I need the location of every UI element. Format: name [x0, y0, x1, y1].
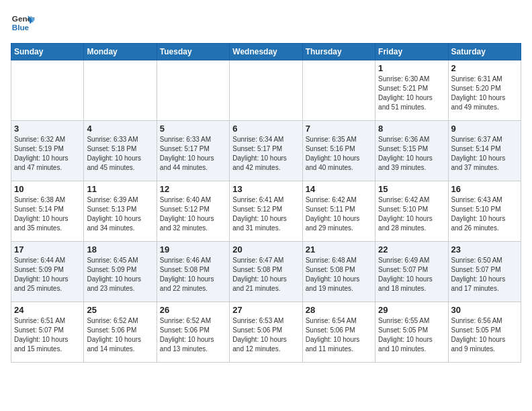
day-number: 3 [14, 124, 81, 134]
day-info: Sunrise: 6:48 AM Sunset: 5:08 PM Dayligh… [306, 256, 372, 293]
calendar-cell: 21Sunrise: 6:48 AM Sunset: 5:08 PM Dayli… [302, 242, 375, 302]
calendar-cell: 7Sunrise: 6:35 AM Sunset: 5:16 PM Daylig… [302, 121, 375, 181]
calendar-cell: 18Sunrise: 6:45 AM Sunset: 5:09 PM Dayli… [84, 242, 157, 302]
day-number: 19 [160, 244, 226, 255]
calendar-cell: 14Sunrise: 6:42 AM Sunset: 5:11 PM Dayli… [302, 181, 375, 242]
logo-icon: General Blue [11, 11, 35, 35]
day-info: Sunrise: 6:45 AM Sunset: 5:09 PM Dayligh… [87, 256, 153, 293]
day-number: 25 [87, 305, 153, 315]
calendar-cell: 17Sunrise: 6:44 AM Sunset: 5:09 PM Dayli… [11, 242, 84, 302]
calendar-cell: 13Sunrise: 6:41 AM Sunset: 5:12 PM Dayli… [230, 181, 302, 242]
calendar-cell [230, 60, 302, 121]
day-info: Sunrise: 6:51 AM Sunset: 5:07 PM Dayligh… [14, 316, 81, 354]
day-info: Sunrise: 6:55 AM Sunset: 5:05 PM Dayligh… [378, 316, 445, 354]
weekday-header-friday: Friday [375, 44, 448, 60]
svg-text:Blue: Blue [12, 23, 30, 32]
day-info: Sunrise: 6:46 AM Sunset: 5:08 PM Dayligh… [160, 256, 226, 293]
day-number: 30 [451, 305, 518, 315]
weekday-header-row: SundayMondayTuesdayWednesdayThursdayFrid… [11, 44, 521, 60]
calendar-cell: 25Sunrise: 6:52 AM Sunset: 5:06 PM Dayli… [84, 302, 157, 363]
day-number: 22 [378, 244, 445, 255]
calendar-cell: 9Sunrise: 6:37 AM Sunset: 5:14 PM Daylig… [448, 121, 521, 181]
calendar-header: SundayMondayTuesdayWednesdayThursdayFrid… [11, 44, 521, 60]
logo: General Blue [11, 11, 38, 35]
day-number: 5 [160, 124, 226, 134]
calendar-cell: 27Sunrise: 6:53 AM Sunset: 5:06 PM Dayli… [230, 302, 302, 363]
day-number: 8 [378, 124, 445, 134]
page-header: General Blue [11, 11, 521, 35]
day-number: 18 [87, 244, 153, 255]
calendar-cell: 11Sunrise: 6:39 AM Sunset: 5:13 PM Dayli… [84, 181, 157, 242]
weekday-header-monday: Monday [84, 44, 157, 60]
day-info: Sunrise: 6:33 AM Sunset: 5:17 PM Dayligh… [160, 135, 226, 173]
weekday-header-tuesday: Tuesday [157, 44, 229, 60]
calendar-cell [157, 60, 229, 121]
calendar-cell: 1Sunrise: 6:30 AM Sunset: 5:21 PM Daylig… [375, 60, 448, 121]
day-number: 15 [378, 184, 445, 194]
calendar-cell: 24Sunrise: 6:51 AM Sunset: 5:07 PM Dayli… [11, 302, 84, 363]
calendar-body: 1Sunrise: 6:30 AM Sunset: 5:21 PM Daylig… [11, 60, 521, 363]
day-info: Sunrise: 6:30 AM Sunset: 5:21 PM Dayligh… [378, 75, 445, 112]
calendar-cell: 12Sunrise: 6:40 AM Sunset: 5:12 PM Dayli… [157, 181, 229, 242]
calendar-cell: 29Sunrise: 6:55 AM Sunset: 5:05 PM Dayli… [375, 302, 448, 363]
day-number: 16 [451, 184, 518, 194]
day-number: 27 [232, 305, 299, 315]
calendar-cell: 10Sunrise: 6:38 AM Sunset: 5:14 PM Dayli… [11, 181, 84, 242]
calendar-cell: 3Sunrise: 6:32 AM Sunset: 5:19 PM Daylig… [11, 121, 84, 181]
calendar-cell: 8Sunrise: 6:36 AM Sunset: 5:15 PM Daylig… [375, 121, 448, 181]
day-number: 26 [160, 305, 226, 315]
day-info: Sunrise: 6:52 AM Sunset: 5:06 PM Dayligh… [160, 316, 226, 354]
day-info: Sunrise: 6:35 AM Sunset: 5:16 PM Dayligh… [306, 135, 372, 173]
day-info: Sunrise: 6:37 AM Sunset: 5:14 PM Dayligh… [451, 135, 518, 173]
calendar-cell: 19Sunrise: 6:46 AM Sunset: 5:08 PM Dayli… [157, 242, 229, 302]
day-info: Sunrise: 6:54 AM Sunset: 5:06 PM Dayligh… [306, 316, 372, 354]
calendar-week-1: 1Sunrise: 6:30 AM Sunset: 5:21 PM Daylig… [11, 60, 521, 121]
calendar-cell: 6Sunrise: 6:34 AM Sunset: 5:17 PM Daylig… [230, 121, 302, 181]
day-number: 12 [160, 184, 226, 194]
day-number: 17 [14, 244, 81, 255]
calendar-cell: 5Sunrise: 6:33 AM Sunset: 5:17 PM Daylig… [157, 121, 229, 181]
day-number: 4 [87, 124, 153, 134]
day-info: Sunrise: 6:47 AM Sunset: 5:08 PM Dayligh… [232, 256, 299, 293]
day-number: 7 [306, 124, 372, 134]
day-number: 23 [451, 244, 518, 255]
weekday-header-thursday: Thursday [302, 44, 375, 60]
day-info: Sunrise: 6:56 AM Sunset: 5:05 PM Dayligh… [451, 316, 518, 354]
calendar-table: SundayMondayTuesdayWednesdayThursdayFrid… [11, 43, 521, 363]
calendar-cell: 22Sunrise: 6:49 AM Sunset: 5:07 PM Dayli… [375, 242, 448, 302]
day-info: Sunrise: 6:52 AM Sunset: 5:06 PM Dayligh… [87, 316, 153, 354]
day-number: 14 [306, 184, 372, 194]
calendar-cell: 30Sunrise: 6:56 AM Sunset: 5:05 PM Dayli… [448, 302, 521, 363]
calendar-cell: 16Sunrise: 6:43 AM Sunset: 5:10 PM Dayli… [448, 181, 521, 242]
day-info: Sunrise: 6:34 AM Sunset: 5:17 PM Dayligh… [232, 135, 299, 173]
calendar-week-3: 10Sunrise: 6:38 AM Sunset: 5:14 PM Dayli… [11, 181, 521, 242]
calendar-cell: 20Sunrise: 6:47 AM Sunset: 5:08 PM Dayli… [230, 242, 302, 302]
calendar-week-4: 17Sunrise: 6:44 AM Sunset: 5:09 PM Dayli… [11, 242, 521, 302]
day-number: 13 [232, 184, 299, 194]
day-number: 24 [14, 305, 81, 315]
calendar-cell: 23Sunrise: 6:50 AM Sunset: 5:07 PM Dayli… [448, 242, 521, 302]
day-info: Sunrise: 6:32 AM Sunset: 5:19 PM Dayligh… [14, 135, 81, 173]
day-info: Sunrise: 6:39 AM Sunset: 5:13 PM Dayligh… [87, 195, 153, 233]
calendar-cell: 15Sunrise: 6:42 AM Sunset: 5:10 PM Dayli… [375, 181, 448, 242]
day-info: Sunrise: 6:43 AM Sunset: 5:10 PM Dayligh… [451, 195, 518, 233]
day-info: Sunrise: 6:41 AM Sunset: 5:12 PM Dayligh… [232, 195, 299, 233]
calendar-cell: 4Sunrise: 6:33 AM Sunset: 5:18 PM Daylig… [84, 121, 157, 181]
day-info: Sunrise: 6:42 AM Sunset: 5:10 PM Dayligh… [378, 195, 445, 233]
day-number: 1 [378, 63, 445, 73]
day-info: Sunrise: 6:40 AM Sunset: 5:12 PM Dayligh… [160, 195, 226, 233]
day-info: Sunrise: 6:31 AM Sunset: 5:20 PM Dayligh… [451, 75, 518, 112]
day-info: Sunrise: 6:44 AM Sunset: 5:09 PM Dayligh… [14, 256, 81, 293]
day-number: 28 [306, 305, 372, 315]
day-number: 2 [451, 63, 518, 73]
day-number: 9 [451, 124, 518, 134]
calendar-week-2: 3Sunrise: 6:32 AM Sunset: 5:19 PM Daylig… [11, 121, 521, 181]
calendar-cell [11, 60, 84, 121]
weekday-header-saturday: Saturday [448, 44, 521, 60]
day-number: 21 [306, 244, 372, 255]
day-info: Sunrise: 6:33 AM Sunset: 5:18 PM Dayligh… [87, 135, 153, 173]
day-info: Sunrise: 6:36 AM Sunset: 5:15 PM Dayligh… [378, 135, 445, 173]
day-number: 11 [87, 184, 153, 194]
day-info: Sunrise: 6:50 AM Sunset: 5:07 PM Dayligh… [451, 256, 518, 293]
day-number: 20 [232, 244, 299, 255]
